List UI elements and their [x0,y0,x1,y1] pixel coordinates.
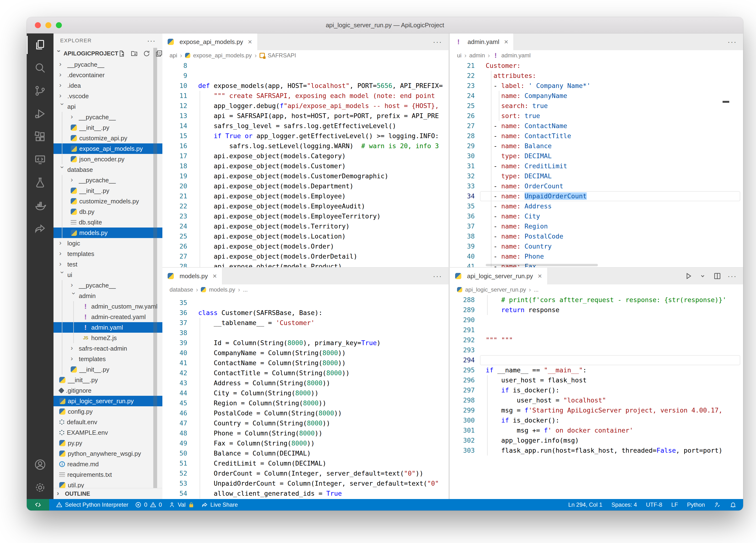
remote-explorer-icon[interactable] [27,148,53,171]
breadcrumb[interactable]: database › models.py › ... [162,285,448,295]
code-line-41[interactable]: 41 ContactName = Column(String(8000)) [162,358,448,368]
code-editor[interactable]: 343536class Customer(SAFRSBase, Base):37… [162,295,448,499]
tree-item-__pycache__[interactable]: ›__pycache__ [53,59,162,70]
close-icon[interactable]: × [538,272,542,280]
code-line-299[interactable]: 299 msg = f'Starting ApiLogicServer proj… [450,405,743,415]
indentation-button[interactable]: Spaces: 4 [612,501,637,508]
refresh-icon[interactable] [143,50,150,57]
code-line-38[interactable]: 38 - name: PostalCode [450,231,743,241]
extensions-icon[interactable] [27,125,53,148]
code-line-26[interactable]: 26 api.expose_object(models.Order) [162,241,448,251]
tree-item-__pycache__[interactable]: ›__pycache__ [53,112,162,122]
chevron-down-icon[interactable] [699,272,707,280]
project-root-row[interactable]: › APILOGICPROJECT [53,48,162,59]
close-icon[interactable]: × [248,38,252,46]
breadcrumb-folder[interactable]: ui [457,52,462,59]
tree-item-db.py[interactable]: db.py [53,206,162,217]
code-line-46[interactable]: 46 PostalCode = Column(String(8000)) [162,408,448,418]
code-line-17[interactable]: 17 api.expose_object(models.Category) [162,151,448,161]
run-python-file-icon[interactable] [685,272,693,280]
tree-item-templates[interactable]: ›templates [53,354,162,364]
breadcrumb-ellipsis[interactable]: ... [243,286,248,293]
run-debug-icon[interactable] [27,102,53,125]
code-line-24[interactable]: 24 api.expose_object(models.Territory) [162,221,448,231]
code-line-31[interactable]: 31 - name: CreditLimit [450,161,743,171]
code-line-48[interactable]: 48 Phone = Column(String(8000)) [162,428,448,438]
editor-more-actions-icon[interactable]: ··· [433,38,442,46]
cursor-position-button[interactable]: Ln 294, Col 1 [568,501,602,508]
editor-more-actions-icon[interactable]: ··· [433,272,442,280]
code-line-21[interactable]: 21Customer: [450,61,743,71]
code-line-39[interactable]: 39 Id = Column(String(8000), primary_key… [162,338,448,348]
code-editor[interactable]: 8910def expose_models(app, HOST="localho… [162,61,448,267]
source-control-icon[interactable] [27,79,53,102]
breadcrumb[interactable]: ui › admin › ! admin.yaml [450,50,743,61]
code-line-42[interactable]: 42 ContactTitle = Column(String(8000)) [162,368,448,378]
tree-item-default.env[interactable]: default.env [53,417,162,427]
tree-item-ui[interactable]: ›ui [53,269,162,280]
tree-item-__pycache__[interactable]: ›__pycache__ [53,280,162,291]
eol-button[interactable]: LF [671,501,678,508]
tree-item-db.sqlite[interactable]: db.sqlite [53,217,162,227]
docker-icon[interactable] [27,194,53,217]
code-line-21[interactable]: 21 api.expose_object(models.Employee) [162,191,448,201]
code-line-22[interactable]: 22 attributes: [450,71,743,81]
code-line-47[interactable]: 47 Country = Column(String(8000)) [162,418,448,428]
minimize-window-button[interactable] [45,22,51,28]
tree-item-__init__.py[interactable]: __init__.py [53,185,162,196]
live-share-button[interactable]: Live Share [201,501,238,508]
code-line-43[interactable]: 43 Address = Column(String(8000)) [162,378,448,388]
breadcrumb-file[interactable]: expose_api_models.py [193,52,252,59]
code-line-28[interactable]: 28 api.expose_object(models.Product) [162,261,448,267]
code-line-23[interactable]: 23 - label: ' Company Name*' [450,81,743,91]
tree-item-homeZ.js[interactable]: JShomeZ.js [53,333,162,343]
tree-item-api_logic_server_run.py[interactable]: api_logic_server_run.py [53,396,162,406]
tab-admin-yaml[interactable]: ! admin.yaml × [450,33,514,50]
tree-item-database[interactable]: ›database [53,164,162,175]
code-line-40[interactable]: 40 - name: Phone [450,251,743,261]
code-line-291[interactable]: 291 [450,325,743,335]
tree-item-models.py[interactable]: models.py [53,227,162,238]
breadcrumb-folder[interactable]: admin [469,52,485,59]
code-line-8[interactable]: 8 [162,61,448,71]
tree-item-__init__.py[interactable]: __init__.py [53,122,162,133]
code-line-300[interactable]: 300 if is_docker(): [450,415,743,425]
breadcrumb-folder[interactable]: database [170,286,193,293]
code-line-30[interactable]: 30 type: DECIMAL [450,151,743,161]
breadcrumb-ellipsis[interactable]: ... [534,286,538,293]
code-editor[interactable]: 288 # print(f'cors aftter_request - resp… [450,295,743,499]
tree-item-logic[interactable]: ›logic [53,238,162,248]
code-line-37[interactable]: 37 - name: Region [450,221,743,231]
code-line-289[interactable]: 289 return response [450,305,743,315]
code-line-290[interactable]: 290 [450,315,743,325]
tree-item-api[interactable]: ›api [53,101,162,112]
code-line-40[interactable]: 40 CompanyName = Column(String(8000)) [162,348,448,358]
accounts-icon[interactable] [27,453,53,476]
breadcrumb[interactable]: api_logic_server_run.py › ... [450,285,743,295]
explorer-icon[interactable] [27,33,53,56]
code-line-12[interactable]: 12 app_logger.debug(f"api/expose_api_mod… [162,101,448,111]
code-line-35[interactable]: 35 - name: Address [450,201,743,211]
code-line-36[interactable]: 36class Customer(SAFRSBase, Base): [162,308,448,318]
code-line-27[interactable]: 27 - name: ContactName [450,121,743,131]
close-window-button[interactable] [35,22,41,28]
code-line-10[interactable]: 10def expose_models(app, HOST="localhost… [162,81,448,91]
code-line-45[interactable]: 45 Region = Column(String(8000)) [162,398,448,408]
code-line-16[interactable]: 16 safrs.log.setLevel(logging.WARN) # wa… [162,141,448,151]
user-session-button[interactable]: Val [169,501,195,508]
settings-gear-icon[interactable] [27,476,53,499]
tree-item-requirements.txt[interactable]: requirements.txt [53,469,162,480]
python-interpreter-button[interactable]: Select Python Interpreter [56,501,128,508]
code-line-24[interactable]: 24 name: CompanyName [450,91,743,101]
tree-item-py.py[interactable]: py.py [53,438,162,448]
split-editor-icon[interactable] [713,272,721,280]
tree-item-customize_api.py[interactable]: customize_api.py [53,133,162,143]
new-file-icon[interactable] [118,50,125,57]
code-line-292[interactable]: 292""" """ [450,335,743,345]
tab-models[interactable]: models.py × [162,268,222,285]
code-line-29[interactable]: 29 - name: Balance [450,141,743,151]
code-line-34[interactable]: 34 - name: UnpaidOrderCount [450,191,743,201]
tree-item-.vscode[interactable]: ›.vscode [53,91,162,101]
breadcrumb-file[interactable]: api_logic_server_run.py [465,286,526,293]
breadcrumb-file[interactable]: models.py [209,286,235,293]
